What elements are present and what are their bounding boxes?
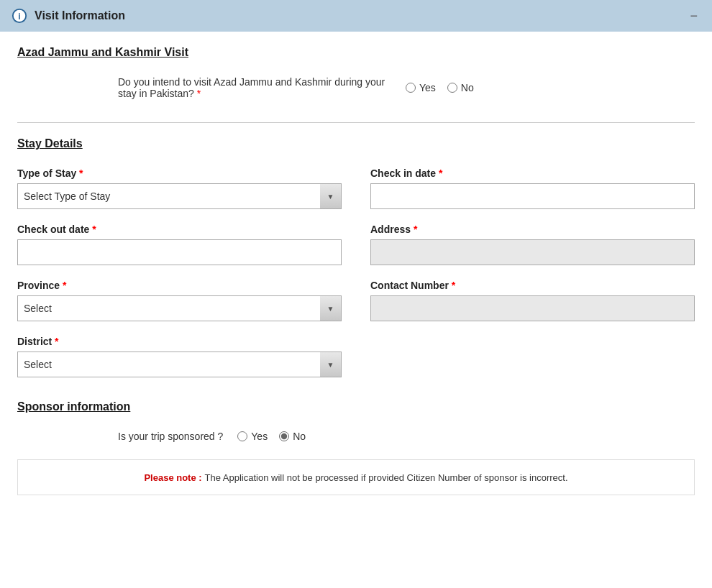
ajk-section: Azad Jammu and Kashmir Visit Do you inte… (17, 46, 695, 105)
stay-details-heading: Stay Details (17, 137, 695, 150)
ajk-no-radio[interactable] (447, 83, 457, 93)
ajk-required-star: * (194, 88, 201, 99)
province-select[interactable]: Select (17, 295, 320, 321)
ajk-yes-label[interactable]: Yes (406, 82, 436, 93)
district-label: District * (17, 336, 342, 347)
district-wrapper: Select (17, 352, 342, 377)
stay-details-section: Stay Details Type of Stay * Select Type … (17, 137, 695, 377)
sponsor-heading: Sponsor information (17, 400, 695, 413)
check-in-date-label: Check in date * (370, 167, 695, 179)
district-group: District * Select (17, 336, 342, 377)
address-label: Address * (370, 224, 695, 235)
district-select[interactable]: Select (17, 352, 320, 377)
province-wrapper: Select (17, 295, 342, 321)
please-note-label: Please note : (144, 472, 201, 483)
header-title: Visit Information (35, 9, 125, 22)
main-content: Azad Jammu and Kashmir Visit Do you inte… (0, 32, 712, 510)
stay-details-form-grid: Type of Stay * Select Type of Stay Check… (17, 167, 695, 377)
sponsor-yes-label[interactable]: Yes (237, 431, 268, 442)
sponsor-no-radio[interactable] (279, 431, 289, 441)
type-of-stay-select[interactable]: Select Type of Stay (17, 183, 320, 209)
sponsor-radio-group: Yes No (237, 431, 306, 442)
please-note-text: The Application will not be processed if… (205, 472, 568, 483)
contact-number-group: Contact Number * (370, 280, 695, 321)
check-in-date-group: Check in date * (370, 167, 695, 209)
contact-number-input[interactable] (370, 295, 695, 321)
please-note-box: Please note : The Application will not b… (17, 459, 695, 495)
sponsor-yes-radio[interactable] (237, 431, 247, 441)
address-group: Address * (370, 224, 695, 265)
ajk-heading: Azad Jammu and Kashmir Visit (17, 46, 695, 59)
header-left: i Visit Information (12, 8, 125, 24)
sponsor-section: Sponsor information Is your trip sponsor… (17, 400, 695, 495)
sponsor-no-label[interactable]: No (279, 431, 306, 442)
check-in-date-input[interactable] (370, 183, 695, 209)
type-of-stay-group: Type of Stay * Select Type of Stay (17, 167, 342, 209)
sponsor-question-text: Is your trip sponsored ? (118, 431, 223, 442)
type-of-stay-label: Type of Stay * (17, 167, 342, 179)
sponsor-question-row: Is your trip sponsored ? Yes No (17, 425, 695, 448)
province-group: Province * Select (17, 280, 342, 321)
type-of-stay-dropdown-btn[interactable] (320, 183, 342, 209)
check-out-date-input[interactable] (17, 239, 342, 265)
ajk-radio-group: Yes No (406, 82, 474, 93)
check-out-date-group: Check out date * (17, 224, 342, 265)
check-out-date-label: Check out date * (17, 224, 342, 235)
header: i Visit Information − (0, 0, 712, 32)
address-input[interactable] (370, 239, 695, 265)
ajk-yes-radio[interactable] (406, 83, 416, 93)
province-label: Province * (17, 280, 342, 291)
type-of-stay-wrapper: Select Type of Stay (17, 183, 342, 209)
ajk-no-label[interactable]: No (447, 82, 474, 93)
info-icon: i (12, 8, 27, 24)
ajk-question-text: Do you intend to visit Azad Jammu and Ka… (118, 76, 391, 99)
contact-number-label: Contact Number * (370, 280, 695, 291)
svg-text:i: i (18, 12, 20, 22)
minimize-button[interactable]: − (687, 9, 700, 22)
district-dropdown-btn[interactable] (320, 352, 342, 377)
ajk-question-row: Do you intend to visit Azad Jammu and Ka… (17, 70, 695, 105)
province-dropdown-btn[interactable] (320, 295, 342, 321)
divider-1 (17, 122, 695, 123)
